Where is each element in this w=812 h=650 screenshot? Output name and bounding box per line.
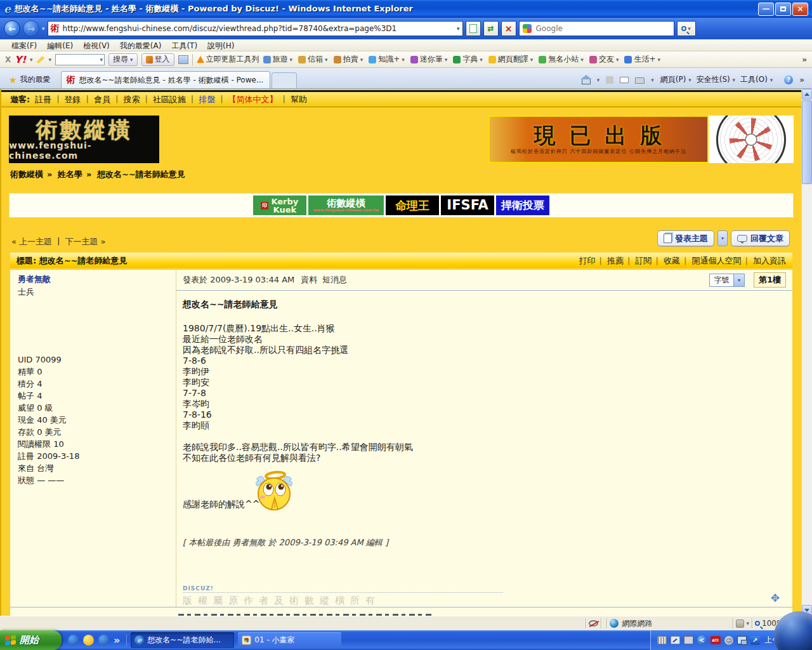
yahoo-toolbar-item[interactable]: 網頁翻譯▾ xyxy=(488,54,534,65)
search-options-dropdown[interactable]: ▾ xyxy=(130,56,133,63)
quick-launch-messenger-icon[interactable] xyxy=(83,635,94,646)
command-bar-item[interactable]: 網頁(P) ▾ xyxy=(660,75,691,84)
yahoo-toolbar-item[interactable]: 拍賣▾ xyxy=(334,54,363,65)
new-thread-dropdown[interactable]: ▾ xyxy=(717,230,728,246)
forum-nav-link[interactable]: 幫助 xyxy=(291,94,307,105)
messenger-tray-icon[interactable]: ☺ xyxy=(724,636,733,645)
breadcrumb-part[interactable]: 想改名~~請老師給意見 xyxy=(86,169,185,180)
privacy-eye-icon[interactable] xyxy=(589,620,598,627)
refresh-button[interactable]: ⇄ xyxy=(483,21,499,36)
scroll-up-button[interactable] xyxy=(802,89,812,100)
site-logo[interactable]: 術數縱橫 www.fengshui-chinese.com xyxy=(9,116,159,163)
menu-item[interactable]: 工具(T) xyxy=(166,41,202,51)
pencil-dropdown[interactable]: ▾ xyxy=(49,56,52,63)
toolbar-update-link[interactable]: 立即更新工具列 xyxy=(197,54,259,65)
thread-action-link[interactable]: 打印 xyxy=(579,255,595,267)
combo-dropdown-icon[interactable]: ▾ xyxy=(100,56,103,63)
toolbar-item-dropdown[interactable]: ▾ xyxy=(325,56,328,63)
reply-button[interactable]: 回覆文章 xyxy=(731,230,790,246)
history-dropdown[interactable]: ▾ xyxy=(42,25,45,32)
search-dropdown-icon[interactable]: ▾ xyxy=(688,25,691,32)
post-meta-link[interactable]: 資料 xyxy=(301,274,317,286)
menu-item[interactable]: 說明(H) xyxy=(202,41,239,51)
stop-button[interactable]: × xyxy=(501,21,516,36)
language-bar-icon[interactable]: < xyxy=(697,635,707,645)
ad-banner[interactable]: 命理王 xyxy=(386,196,439,215)
url-text[interactable]: http://www.fengshui-chinese.com/discuz/v… xyxy=(63,24,397,33)
yahoo-toolbar-item[interactable]: 知識+▾ xyxy=(369,54,405,65)
ad-banner[interactable]: 印 Kerby Kuek xyxy=(253,196,306,215)
pencil-icon[interactable] xyxy=(37,55,45,63)
pen-tablet-tray-icon[interactable] xyxy=(671,636,680,644)
print-dropdown[interactable]: ▾ xyxy=(651,77,654,83)
help-icon[interactable]: ? xyxy=(784,76,793,84)
toolbar-item-dropdown[interactable]: ▾ xyxy=(580,56,584,63)
thread-action-link[interactable]: 開通個人空間 xyxy=(684,255,742,267)
forum-nav-link[interactable]: 排盤 xyxy=(199,94,215,105)
back-button[interactable]: ← xyxy=(4,20,20,37)
menu-item[interactable]: 我的最愛(A) xyxy=(115,41,167,51)
keyboard-tray-icon[interactable] xyxy=(657,636,667,644)
forward-button[interactable]: → xyxy=(23,20,39,37)
post-meta-link[interactable]: 短消息 xyxy=(322,274,347,286)
web-search-box[interactable] xyxy=(519,21,674,36)
toolbar-close-button[interactable]: X xyxy=(5,55,11,64)
yahoo-logo[interactable]: Y! xyxy=(15,54,26,65)
search-go-button[interactable]: ▾ xyxy=(677,21,696,36)
thread-action-link[interactable]: 收藏 xyxy=(655,255,680,267)
forum-nav-link[interactable]: 登錄 xyxy=(65,94,81,105)
toolbar-item-dropdown[interactable]: ▾ xyxy=(445,56,448,63)
url-dropdown-icon[interactable]: ▾ xyxy=(457,25,460,32)
taskbar-task-button[interactable]: 01 - 小畫家 xyxy=(238,632,341,648)
thread-action-link[interactable]: 推薦 xyxy=(599,255,624,267)
yahoo-toolbar-item[interactable]: 信箱▾ xyxy=(298,54,328,65)
yahoo-toolbar-item[interactable]: 旅遊▾ xyxy=(263,54,293,65)
command-bar-item[interactable]: 安全性(S) ▾ xyxy=(697,75,735,84)
new-tab-button[interactable] xyxy=(272,72,297,88)
prev-thread-link[interactable]: « 上一主題 xyxy=(11,236,52,248)
close-button[interactable]: × xyxy=(792,3,808,16)
toolbar-item-dropdown[interactable]: ▾ xyxy=(290,56,293,63)
ad-banner[interactable]: 捍衛投票 xyxy=(496,196,549,215)
forum-nav-link[interactable]: 會員 xyxy=(94,94,110,105)
toolbar-item-dropdown[interactable]: ▾ xyxy=(657,56,660,63)
quick-launch-browser-icon[interactable] xyxy=(98,635,109,646)
phishing-filter[interactable]: ▾ xyxy=(736,620,749,628)
tabs-icon[interactable] xyxy=(178,55,188,64)
ad-banner[interactable]: IFSFA xyxy=(441,196,494,215)
command-item-dropdown[interactable]: ▾ xyxy=(733,77,736,83)
thread-action-link[interactable]: 訂閱 xyxy=(627,255,652,267)
font-size-select[interactable]: 字號 ▾ xyxy=(709,274,745,287)
command-item-dropdown[interactable]: ▾ xyxy=(688,77,691,83)
command-item-dropdown[interactable]: ▾ xyxy=(770,77,773,83)
command-overflow[interactable]: » xyxy=(799,76,804,84)
yahoo-search-button[interactable]: 搜尋▾ xyxy=(108,53,138,66)
print-icon[interactable] xyxy=(635,77,645,84)
forum-nav-link[interactable]: 【简体中文】 xyxy=(228,94,278,105)
yahoo-toolbar-item[interactable]: 迷你筆▾ xyxy=(410,54,448,65)
network-tray-icon[interactable] xyxy=(737,636,747,644)
mail-icon[interactable] xyxy=(620,77,629,83)
home-dropdown[interactable]: ▾ xyxy=(597,77,600,83)
forum-nav-link[interactable]: 搜索 xyxy=(123,94,140,105)
yahoo-search-input[interactable]: ▾ xyxy=(55,54,105,65)
toolbar-item-dropdown[interactable]: ▾ xyxy=(360,56,363,63)
yahoo-logo-dropdown[interactable]: ▾ xyxy=(30,56,33,63)
new-thread-button[interactable]: 發表主題 xyxy=(657,230,714,246)
url-box[interactable]: 術 http://www.fengshui-chinese.com/discuz… xyxy=(48,21,463,36)
next-thread-link[interactable]: 下一主題 » xyxy=(65,236,105,248)
menu-item[interactable]: 檢視(V) xyxy=(78,41,115,51)
yahoo-toolbar-item[interactable]: 生活+▾ xyxy=(624,54,660,65)
rss-icon[interactable] xyxy=(606,76,613,84)
restore-button[interactable] xyxy=(775,3,791,16)
home-icon[interactable] xyxy=(582,79,591,84)
favorites-button[interactable]: ★ 我的最愛 xyxy=(3,71,57,88)
ati-tray-icon[interactable]: ATI xyxy=(710,636,721,644)
start-button[interactable]: 開始 xyxy=(0,630,62,650)
font-size-dropdown-icon[interactable]: ▾ xyxy=(733,274,744,286)
menu-item[interactable]: 檔案(F) xyxy=(6,41,42,51)
updates-tray-icon[interactable]: ↗ xyxy=(750,636,760,645)
yahoo-login-button[interactable]: 登入 xyxy=(141,53,174,66)
forum-nav-link[interactable]: 註冊 xyxy=(35,94,51,105)
vertical-scrollbar[interactable] xyxy=(801,89,812,616)
